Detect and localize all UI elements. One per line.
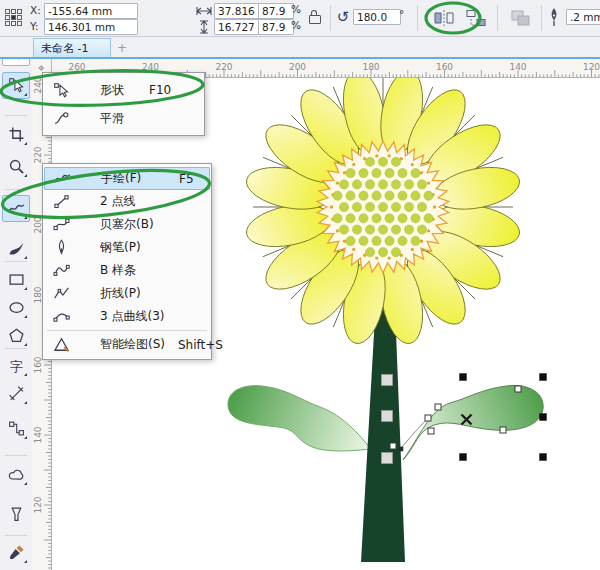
menu-item-two-point-line[interactable]: 2 点线 — [44, 190, 210, 213]
curve-tool-flyout-menu: 手绘(F)F52 点线贝塞尔(B)钢笔(P)B 样条折线(P)3 点曲线(3)智… — [42, 163, 212, 360]
svg-text:120: 120 — [33, 496, 43, 513]
curve-node-selected — [399, 447, 404, 452]
toolbox: 字 — [0, 36, 32, 570]
menu-item-shape[interactable]: 形状F10 — [44, 76, 203, 104]
toolbox-separator — [5, 189, 27, 190]
toolbox-freehand-tool[interactable] — [2, 195, 30, 222]
percent-v-label: % — [291, 19, 301, 31]
toolbox-zoom-tool[interactable] — [2, 153, 30, 180]
svg-text:120: 120 — [583, 62, 600, 72]
menu-item-shortcut: F5 — [179, 172, 194, 186]
curve-node — [435, 404, 441, 410]
document-tab[interactable]: 未命名 -1 — [33, 38, 111, 57]
outline-width-field[interactable]: .2 mm — [566, 9, 600, 25]
menu-item-label: B 样条 — [100, 262, 136, 279]
combine-button-disabled — [506, 6, 536, 30]
toolbox-separator — [5, 535, 27, 536]
menu-item-shortcut: F10 — [149, 83, 171, 97]
svg-text:140: 140 — [33, 426, 43, 443]
toolbox-drop-shadow-tool[interactable] — [2, 461, 30, 488]
bezier-icon — [46, 216, 76, 233]
left-leaf[interactable] — [228, 386, 371, 451]
toolbox-eyedropper-tool[interactable] — [2, 539, 30, 566]
svg-text:160: 160 — [436, 62, 453, 72]
menu-item-label: 3 点曲线(3) — [100, 308, 164, 325]
menu-item-smart-drawing[interactable]: 智能绘图(S)Shift+S — [44, 333, 210, 356]
toolbox-dimension-tool[interactable] — [2, 380, 30, 407]
object-origin-selector[interactable] — [5, 9, 22, 26]
curve-node — [515, 386, 521, 392]
toolbox-separator — [5, 455, 27, 456]
freehand-icon — [47, 170, 77, 187]
scale-v-field[interactable]: 87.9 — [258, 19, 294, 35]
selection-handle — [459, 453, 466, 460]
menu-item-label: 折线(P) — [100, 285, 141, 302]
toolbox-fill-tool[interactable] — [2, 565, 30, 570]
svg-text:200: 200 — [289, 62, 306, 72]
object-height-icon — [198, 20, 210, 34]
rotate-icon: ↺ — [335, 9, 351, 25]
menu-item-polyline[interactable]: 折线(P) — [44, 282, 210, 305]
selection-handle — [539, 373, 546, 380]
curve-node — [390, 443, 396, 449]
toolbox-polygon-tool[interactable] — [2, 322, 30, 349]
new-document-tab-button[interactable]: + — [115, 41, 129, 54]
shape-tool-flyout-menu: 形状F10平滑 — [42, 72, 205, 136]
toolbox-text-tool[interactable]: 字 — [2, 352, 30, 379]
selection-handle — [539, 453, 546, 460]
toolbox-separator — [5, 261, 27, 262]
toolbox-rectangle-tool[interactable] — [2, 266, 30, 293]
curve-node — [425, 415, 431, 421]
menu-item-three-point-curve[interactable]: 3 点曲线(3) — [44, 305, 210, 328]
svg-text:220: 220 — [33, 146, 43, 163]
b-spline-icon — [46, 262, 76, 279]
menu-item-bezier[interactable]: 贝塞尔(B) — [44, 213, 210, 236]
svg-text:260: 260 — [68, 62, 85, 72]
glyph-node — [382, 411, 393, 422]
svg-text:字: 字 — [9, 359, 22, 374]
toolbox-crop-tool[interactable] — [2, 121, 30, 148]
menu-item-freehand[interactable]: 手绘(F)F5 — [44, 167, 210, 190]
document-tab-bar: 未命名 -1 + — [0, 36, 600, 59]
rotation-angle-field[interactable]: 180.0 — [353, 9, 401, 25]
menu-item-pen[interactable]: 钢笔(P) — [44, 236, 210, 259]
toolbox-connector-tool[interactable] — [2, 415, 30, 442]
smooth-icon — [46, 110, 76, 127]
degree-label: ° — [399, 8, 404, 20]
lock-ratio-button[interactable] — [306, 7, 324, 27]
glyph-node — [382, 375, 393, 386]
svg-text:220: 220 — [215, 62, 232, 72]
toolbox-separator — [5, 115, 27, 116]
toolbox-shape-tool[interactable] — [2, 72, 30, 99]
menu-item-b-spline[interactable]: B 样条 — [44, 259, 210, 282]
selection-handle — [539, 413, 546, 420]
svg-text:240: 240 — [142, 62, 159, 72]
toolbox-artistic-media-tool[interactable] — [2, 235, 30, 262]
object-width-icon — [196, 5, 212, 17]
menu-item-label: 贝塞尔(B) — [100, 216, 154, 233]
x-label: X: — [30, 4, 41, 16]
shape-icon — [46, 82, 76, 99]
menu-separator — [47, 330, 207, 331]
menu-item-smooth[interactable]: 平滑 — [44, 104, 203, 132]
coreldraw-window: X: Y: -155.64 mm 146.301 mm 37.816 mm 16… — [0, 0, 600, 570]
three-point-curve-icon — [46, 308, 76, 325]
mirror-vertical-button[interactable] — [462, 6, 490, 30]
y-position-field[interactable]: 146.301 mm — [44, 19, 138, 35]
mirror-horizontal-button[interactable] — [430, 6, 458, 30]
toolbox-ellipse-tool[interactable] — [2, 294, 30, 321]
property-bar: X: Y: -155.64 mm 146.301 mm 37.816 mm 16… — [0, 0, 600, 37]
toolbox-separator — [5, 348, 27, 349]
menu-item-label: 手绘(F) — [101, 170, 141, 187]
outline-pen-icon[interactable] — [546, 6, 562, 30]
menu-item-label: 形状 — [100, 82, 124, 99]
curve-node — [428, 428, 434, 434]
polyline-icon — [46, 285, 76, 302]
menu-item-label: 2 点线 — [100, 193, 135, 210]
smart-drawing-icon — [46, 336, 76, 353]
menu-item-shortcut: Shift+S — [178, 338, 223, 352]
x-position-field[interactable]: -155.64 mm — [44, 3, 138, 19]
scale-h-field[interactable]: 87.9 — [258, 3, 294, 19]
toolbox-transparency-tool[interactable] — [2, 501, 30, 528]
flower[interactable] — [243, 78, 523, 347]
